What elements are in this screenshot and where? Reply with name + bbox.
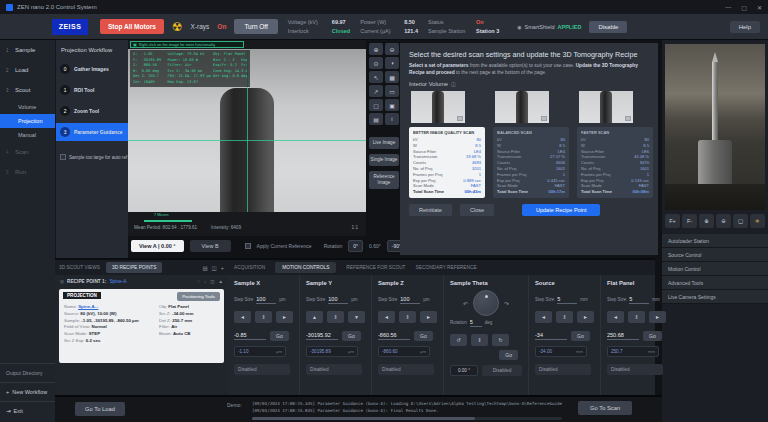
focus-plus-button[interactable]: F+ bbox=[665, 214, 680, 228]
accordion-section-motion-control[interactable]: Motion Control bbox=[662, 262, 768, 276]
target-input[interactable] bbox=[306, 332, 338, 340]
step-size-input[interactable] bbox=[256, 296, 276, 304]
pause-button[interactable]: ‖ bbox=[471, 334, 488, 346]
tab-3d-recipe-points[interactable]: 3D RECIPE POINTS bbox=[106, 262, 163, 273]
theta-knob[interactable] bbox=[473, 290, 499, 316]
checkbox-icon[interactable] bbox=[60, 154, 66, 160]
close-button-guidance[interactable]: Close bbox=[460, 204, 494, 216]
sidebar-item-run[interactable]: 5 Run bbox=[0, 162, 55, 182]
rotation-step-input[interactable] bbox=[470, 319, 482, 327]
jog-right-button[interactable]: ► bbox=[420, 311, 437, 323]
recipe-point-card[interactable]: PROJECTION Positioning Tools Name: Spine… bbox=[59, 289, 224, 363]
accordion-section-source-control[interactable]: Source Control bbox=[662, 248, 768, 262]
scrollbar-thumb[interactable] bbox=[252, 417, 475, 420]
step-size-input[interactable] bbox=[400, 296, 420, 304]
target-input[interactable] bbox=[535, 332, 567, 340]
zoom-in-icon[interactable]: ⊕ bbox=[369, 43, 383, 55]
zoom-reset-icon[interactable]: ⊙ bbox=[369, 57, 383, 69]
sidebar-item-scout[interactable]: 3 Scout bbox=[0, 80, 55, 100]
go-button[interactable]: Go bbox=[414, 331, 433, 341]
folder-icon[interactable]: ▤ bbox=[369, 113, 383, 125]
tab-acquisition[interactable]: ACQUISITION bbox=[234, 265, 265, 270]
scan-card-2[interactable]: BALANCED SCANkV80W8.5Source FilterLE4Tra… bbox=[493, 127, 569, 198]
go-button[interactable]: Go bbox=[643, 331, 662, 341]
sidebar-item-manual[interactable]: Manual bbox=[0, 128, 55, 142]
disable-button[interactable]: Disable bbox=[589, 21, 627, 33]
zoom-out-icon[interactable]: ⊖ bbox=[385, 43, 399, 55]
collapse-icon[interactable]: ▲ bbox=[219, 279, 223, 284]
exit-button[interactable]: ⇥ Exit bbox=[0, 401, 55, 420]
live-camera-view[interactable] bbox=[665, 44, 765, 210]
accordion-section-advanced-tools[interactable]: Advanced Tools bbox=[662, 276, 768, 290]
view-a-button[interactable]: View A | 0.00 ° bbox=[131, 240, 184, 252]
target-input[interactable] bbox=[378, 332, 410, 340]
workflow-step-roi-tool[interactable]: 1 ROI Tool bbox=[56, 81, 128, 99]
pause-button[interactable]: ‖ bbox=[399, 311, 416, 323]
info-icon[interactable]: i bbox=[385, 113, 399, 125]
pause-button[interactable]: ‖ bbox=[628, 311, 645, 323]
xray-image-viewer[interactable]: ▣ Right click on the image for more func… bbox=[128, 40, 366, 236]
go-button[interactable]: Go bbox=[342, 331, 361, 341]
rotate-ccw-icon[interactable]: ↶ bbox=[463, 300, 468, 307]
scan-card-3[interactable]: FASTER SCANkV80W8.5Source FilterLE6Trans… bbox=[577, 127, 653, 198]
grid-view-icon[interactable]: ▤ bbox=[202, 265, 207, 271]
duplicate-icon[interactable]: ◫ bbox=[210, 279, 214, 284]
jog-left-button[interactable]: ◄ bbox=[234, 311, 251, 323]
cam-center-icon[interactable]: ▢ bbox=[733, 214, 748, 228]
theta-go-button[interactable]: Go bbox=[499, 350, 518, 360]
workflow-step-gather-images[interactable]: 0 Gather Images bbox=[56, 60, 128, 78]
roi-icon[interactable]: ▢ bbox=[369, 99, 383, 111]
focus-minus-button[interactable]: F- bbox=[682, 214, 697, 228]
split-view-icon[interactable]: ◫ bbox=[212, 265, 217, 271]
jog-right-button[interactable]: ► bbox=[577, 311, 594, 323]
light-icon[interactable]: ☀ bbox=[750, 214, 765, 228]
apply-reference-checkbox[interactable] bbox=[245, 243, 251, 249]
output-directory-label[interactable]: Output Directory bbox=[0, 363, 55, 382]
minimize-button[interactable]: — bbox=[725, 4, 731, 11]
stop-all-motors-button[interactable]: Stop All Motors bbox=[100, 19, 164, 34]
new-workflow-button[interactable]: + New Workflow bbox=[0, 382, 55, 401]
move-up-icon[interactable]: ↑ bbox=[198, 279, 200, 284]
scan-card-1[interactable]: BETTER IMAGE QUALITY SCANkV80W8.5Source … bbox=[409, 127, 485, 198]
sidebar-item-volume[interactable]: Volume bbox=[0, 100, 55, 114]
tab-3d-scout-views[interactable]: 3D SCOUT VIEWS bbox=[59, 265, 100, 270]
reference-image-button[interactable]: Reference Image bbox=[369, 171, 399, 189]
rotation-value-button[interactable]: 0° bbox=[348, 240, 363, 252]
pause-button[interactable]: ‖ bbox=[556, 311, 573, 323]
jog-right-button[interactable]: ► bbox=[276, 311, 293, 323]
positioning-tools-button[interactable]: Positioning Tools bbox=[177, 292, 220, 301]
scan-thumbnail-2[interactable] bbox=[495, 91, 549, 123]
live-image-button[interactable]: Live Image bbox=[369, 137, 399, 149]
tab-motion-controls[interactable]: MOTION CONTROLS bbox=[275, 262, 336, 273]
jog-down-button[interactable]: ▼ bbox=[348, 311, 365, 323]
sidebar-item-scan[interactable]: 4 Scan bbox=[0, 142, 55, 162]
target-input[interactable] bbox=[607, 332, 639, 340]
go-to-load-button[interactable]: Go To Load bbox=[75, 402, 125, 416]
step-size-input[interactable] bbox=[629, 296, 649, 304]
log-scrollbar[interactable] bbox=[252, 417, 562, 420]
single-image-button[interactable]: Single Image bbox=[369, 154, 399, 166]
jog-left-button[interactable]: ◄ bbox=[607, 311, 624, 323]
tab-reference-for-scout[interactable]: REFERENCE FOR SCOUT bbox=[346, 265, 405, 270]
workflow-step-zoom-tool[interactable]: 2 Zoom Tool bbox=[56, 102, 128, 120]
sidebar-item-load[interactable]: 2 Load bbox=[0, 60, 55, 80]
scan-thumbnail-3[interactable] bbox=[579, 91, 633, 123]
pointer-icon[interactable]: ↖ bbox=[369, 71, 383, 83]
measure-icon[interactable]: ▭ bbox=[385, 85, 399, 97]
add-recipe-point-button[interactable]: + bbox=[221, 265, 224, 271]
go-to-scan-button[interactable]: Go To Scan bbox=[578, 401, 632, 415]
target-input[interactable] bbox=[234, 332, 266, 340]
close-button[interactable]: ✕ bbox=[757, 4, 762, 11]
accordion-section-autoloader-station[interactable]: Autoloader Station bbox=[662, 234, 768, 248]
sidebar-item-projection[interactable]: Projection bbox=[0, 114, 55, 128]
cam-zoom-out-icon[interactable]: ⊖ bbox=[716, 214, 731, 228]
step-size-input[interactable] bbox=[557, 296, 577, 304]
help-button[interactable]: Help bbox=[730, 21, 760, 33]
view-b-button[interactable]: View B bbox=[190, 240, 231, 252]
brightness-contrast-icon[interactable]: ◑ bbox=[385, 57, 399, 69]
jog-up-button[interactable]: ▲ bbox=[306, 311, 323, 323]
workflow-step-parameter-guidance[interactable]: 3 Parameter Guidance bbox=[56, 123, 128, 141]
pause-button[interactable]: ‖ bbox=[255, 311, 272, 323]
rotate-ccw-button[interactable]: ↺ bbox=[450, 334, 467, 346]
jog-left-button[interactable]: ◄ bbox=[378, 311, 395, 323]
